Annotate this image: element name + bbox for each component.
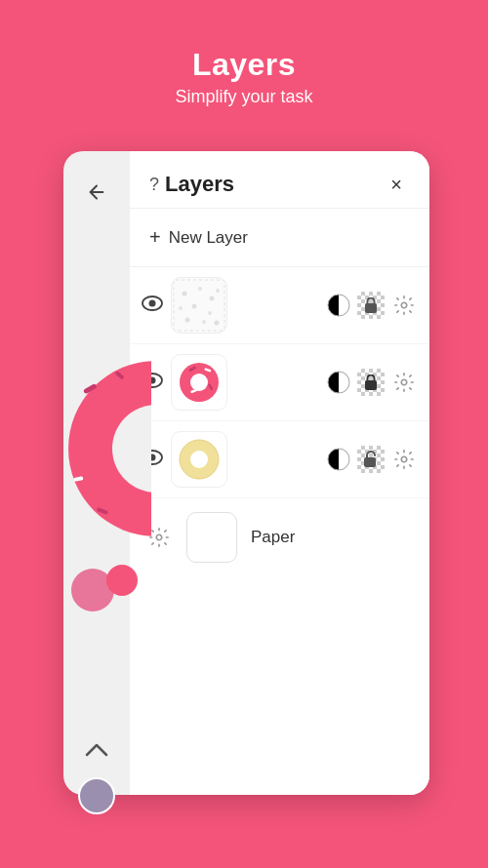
layer-controls-2 xyxy=(326,369,418,396)
svg-point-25 xyxy=(401,302,407,308)
plus-icon: + xyxy=(149,226,161,249)
svg-point-30 xyxy=(190,374,208,391)
svg-point-16 xyxy=(208,311,212,315)
layers-header: ? Layers × xyxy=(130,151,429,209)
paper-label: Paper xyxy=(251,528,295,547)
layer-thumbnail-1[interactable] xyxy=(171,277,227,334)
svg-rect-37 xyxy=(365,380,377,390)
left-sidebar xyxy=(63,151,130,795)
svg-point-12 xyxy=(198,287,202,291)
gear-icon-1[interactable] xyxy=(390,292,418,319)
transparency-icon-3[interactable] xyxy=(357,446,385,473)
layer-row xyxy=(130,421,429,498)
new-layer-button[interactable]: + New Layer xyxy=(130,209,429,267)
svg-point-49 xyxy=(156,534,162,540)
layer-thumbnail-3[interactable] xyxy=(171,431,227,488)
svg-point-43 xyxy=(190,451,208,468)
blend-mode-icon-1[interactable] xyxy=(326,293,351,318)
transparency-icon-2[interactable] xyxy=(357,369,385,396)
new-layer-label: New Layer xyxy=(169,228,248,248)
blend-mode-icon-2[interactable] xyxy=(326,370,351,395)
layer-thumbnail-2[interactable] xyxy=(171,354,227,411)
help-icon[interactable]: ? xyxy=(149,175,159,195)
layer-row xyxy=(130,344,429,421)
svg-point-48 xyxy=(401,456,407,462)
paper-row: Paper xyxy=(130,498,429,576)
svg-rect-24 xyxy=(365,303,377,313)
layer-row xyxy=(130,267,429,344)
gear-icon-3[interactable] xyxy=(390,446,418,473)
header: Layers Simplify your task xyxy=(0,0,488,131)
svg-point-17 xyxy=(185,318,190,323)
title-group: ? Layers xyxy=(149,172,234,197)
svg-point-19 xyxy=(216,289,220,293)
back-button[interactable] xyxy=(79,175,114,210)
page-subtitle: Simplify your task xyxy=(0,87,488,107)
svg-point-14 xyxy=(179,306,183,310)
svg-point-15 xyxy=(192,304,197,309)
close-button[interactable]: × xyxy=(383,171,410,198)
panel-title: Layers xyxy=(165,172,234,197)
svg-point-13 xyxy=(210,296,215,301)
transparency-icon-1[interactable] xyxy=(357,292,385,319)
svg-point-11 xyxy=(183,292,187,296)
svg-rect-47 xyxy=(364,457,376,467)
visibility-icon-1[interactable] xyxy=(142,296,163,315)
svg-point-9 xyxy=(149,300,156,307)
svg-point-20 xyxy=(215,321,220,326)
layer-controls-1 xyxy=(326,292,418,319)
paper-thumbnail[interactable] xyxy=(186,512,237,563)
gear-icon-2[interactable] xyxy=(390,369,418,396)
blend-mode-icon-3[interactable] xyxy=(326,447,351,472)
layers-panel: ? Layers × + New Layer xyxy=(130,151,429,795)
svg-point-38 xyxy=(401,379,407,385)
page-title: Layers xyxy=(0,47,488,83)
layer-controls-3 xyxy=(326,446,418,473)
svg-point-18 xyxy=(202,320,206,324)
